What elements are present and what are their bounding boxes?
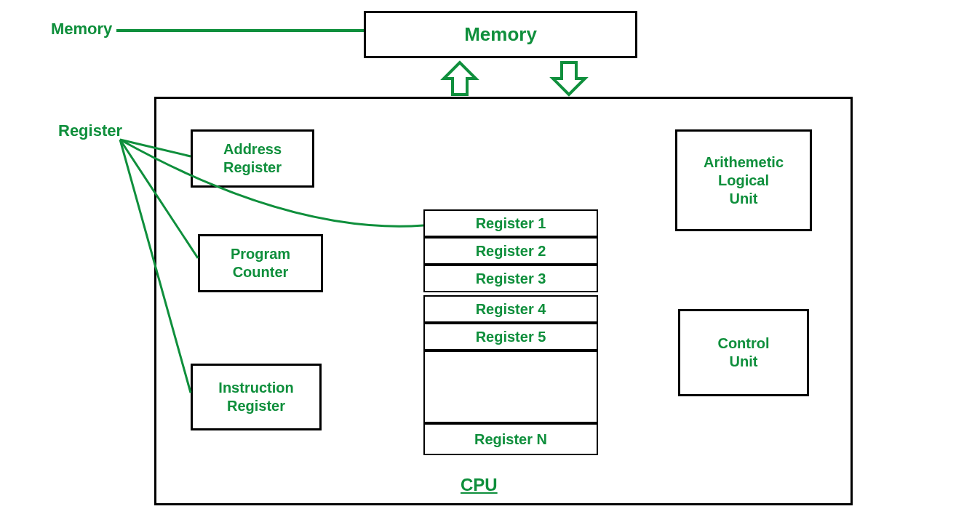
control-unit-label: Control Unit: [717, 334, 769, 371]
register-n-row: Register N: [423, 423, 598, 455]
register-4-row: Register 4: [423, 295, 598, 323]
arrow-down-icon: [553, 63, 585, 95]
register-5-label: Register 5: [476, 329, 546, 345]
address-register-box: Address Register: [191, 129, 314, 188]
alu-box: Arithemetic Logical Unit: [675, 129, 812, 231]
address-register-label: Address Register: [223, 140, 282, 177]
memory-box-label: Memory: [464, 23, 537, 47]
alu-label: Arithemetic Logical Unit: [704, 153, 784, 208]
program-counter-label: Program Counter: [231, 245, 290, 281]
instruction-register-box: Instruction Register: [191, 364, 322, 430]
register-5-row: Register 5: [423, 323, 598, 350]
program-counter-box: Program Counter: [198, 234, 323, 292]
register-external-label: Register: [58, 121, 122, 140]
cpu-label: CPU: [461, 475, 498, 495]
svg-marker-0: [444, 63, 476, 95]
memory-external-label: Memory: [51, 20, 112, 39]
register-1-row: Register 1: [423, 209, 598, 237]
svg-marker-1: [553, 63, 585, 95]
control-unit-box: Control Unit: [678, 309, 809, 396]
register-n-label: Register N: [474, 431, 547, 448]
instruction-register-label: Instruction Register: [218, 379, 293, 415]
register-4-label: Register 4: [476, 301, 546, 318]
register-3-row: Register 3: [423, 265, 598, 292]
memory-box: Memory: [364, 11, 637, 58]
register-gap-row: [423, 350, 598, 423]
register-1-label: Register 1: [476, 215, 546, 232]
arrow-up-icon: [444, 63, 476, 95]
register-2-label: Register 2: [476, 243, 546, 260]
register-2-row: Register 2: [423, 237, 598, 265]
register-3-label: Register 3: [476, 270, 546, 287]
